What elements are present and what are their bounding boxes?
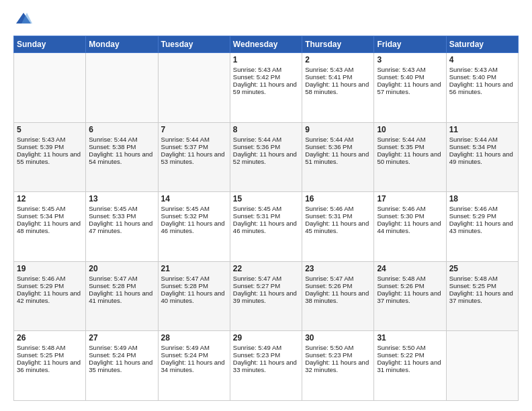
calendar-day-cell: 23 Sunrise: 5:47 AM Sunset: 5:26 PM Dayl… (302, 261, 374, 331)
day-number: 13 (89, 194, 154, 203)
calendar-day-cell: 11 Sunrise: 5:44 AM Sunset: 5:34 PM Dayl… (446, 122, 518, 192)
calendar-day-cell: 22 Sunrise: 5:47 AM Sunset: 5:27 PM Dayl… (230, 261, 302, 331)
sunrise-text: Sunrise: 5:45 AM (233, 205, 281, 212)
day-number: 28 (161, 333, 227, 342)
calendar-day-cell: 27 Sunrise: 5:49 AM Sunset: 5:24 PM Dayl… (86, 331, 158, 401)
sunrise-text: Sunrise: 5:44 AM (89, 136, 137, 143)
calendar-day-cell (158, 53, 230, 123)
calendar-day-cell: 7 Sunrise: 5:44 AM Sunset: 5:37 PM Dayli… (158, 122, 230, 192)
calendar-day-cell: 1 Sunrise: 5:43 AM Sunset: 5:42 PM Dayli… (230, 53, 302, 123)
daylight-text: Daylight: 11 hours and 41 minutes. (89, 289, 152, 304)
sunrise-text: Sunrise: 5:43 AM (233, 66, 281, 73)
calendar-day-cell: 14 Sunrise: 5:45 AM Sunset: 5:32 PM Dayl… (158, 192, 230, 262)
day-number: 23 (305, 264, 371, 273)
daylight-text: Daylight: 11 hours and 32 minutes. (305, 359, 369, 373)
day-number: 7 (161, 125, 227, 134)
day-of-week-header: Saturday (446, 36, 518, 53)
sunrise-text: Sunrise: 5:45 AM (17, 205, 65, 212)
daylight-text: Daylight: 11 hours and 38 minutes. (305, 289, 369, 304)
sunrise-text: Sunrise: 5:45 AM (161, 205, 210, 212)
calendar-day-cell: 6 Sunrise: 5:44 AM Sunset: 5:38 PM Dayli… (86, 122, 158, 192)
daylight-text: Daylight: 11 hours and 50 minutes. (377, 150, 441, 165)
calendar-day-cell: 29 Sunrise: 5:49 AM Sunset: 5:23 PM Dayl… (230, 331, 302, 401)
sunset-text: Sunset: 5:37 PM (161, 143, 208, 150)
daylight-text: Daylight: 11 hours and 34 minutes. (161, 359, 225, 373)
sunrise-text: Sunrise: 5:43 AM (17, 136, 65, 143)
sunset-text: Sunset: 5:36 PM (233, 143, 280, 150)
sunset-text: Sunset: 5:25 PM (449, 282, 496, 289)
day-number: 9 (305, 125, 371, 134)
day-number: 10 (377, 125, 443, 134)
day-number: 27 (89, 333, 154, 342)
logo (13, 10, 36, 30)
day-of-week-header: Tuesday (158, 36, 230, 53)
calendar-week-row: 26 Sunrise: 5:48 AM Sunset: 5:25 PM Dayl… (14, 331, 519, 401)
sunset-text: Sunset: 5:22 PM (377, 351, 424, 359)
calendar-day-cell: 12 Sunrise: 5:45 AM Sunset: 5:34 PM Dayl… (14, 192, 86, 262)
calendar-day-cell: 16 Sunrise: 5:46 AM Sunset: 5:31 PM Dayl… (302, 192, 374, 262)
sunset-text: Sunset: 5:34 PM (449, 143, 496, 150)
page: SundayMondayTuesdayWednesdayThursdayFrid… (0, 0, 532, 411)
day-number: 4 (449, 55, 515, 64)
sunset-text: Sunset: 5:27 PM (233, 282, 280, 289)
sunrise-text: Sunrise: 5:48 AM (17, 344, 65, 351)
sunset-text: Sunset: 5:40 PM (449, 73, 496, 81)
sunrise-text: Sunrise: 5:50 AM (305, 344, 353, 351)
daylight-text: Daylight: 11 hours and 55 minutes. (17, 150, 81, 165)
sunrise-text: Sunrise: 5:46 AM (305, 205, 353, 212)
sunset-text: Sunset: 5:40 PM (377, 73, 424, 81)
day-number: 19 (17, 264, 83, 273)
sunset-text: Sunset: 5:26 PM (377, 282, 424, 289)
sunset-text: Sunset: 5:28 PM (161, 282, 208, 289)
sunset-text: Sunset: 5:41 PM (305, 73, 352, 81)
sunrise-text: Sunrise: 5:46 AM (449, 205, 498, 212)
day-number: 16 (305, 194, 371, 203)
day-of-week-header: Friday (374, 36, 446, 53)
daylight-text: Daylight: 11 hours and 53 minutes. (161, 150, 225, 165)
day-number: 21 (161, 264, 227, 273)
sunset-text: Sunset: 5:42 PM (233, 73, 280, 81)
sunset-text: Sunset: 5:25 PM (17, 351, 64, 359)
daylight-text: Daylight: 11 hours and 52 minutes. (233, 150, 297, 165)
sunrise-text: Sunrise: 5:44 AM (305, 136, 353, 143)
day-of-week-header: Thursday (302, 36, 374, 53)
daylight-text: Daylight: 11 hours and 58 minutes. (305, 81, 369, 95)
day-number: 12 (17, 194, 83, 203)
calendar-day-cell: 4 Sunrise: 5:43 AM Sunset: 5:40 PM Dayli… (446, 53, 518, 123)
sunrise-text: Sunrise: 5:45 AM (89, 205, 137, 212)
calendar-day-cell: 21 Sunrise: 5:47 AM Sunset: 5:28 PM Dayl… (158, 261, 230, 331)
day-of-week-header: Monday (86, 36, 158, 53)
daylight-text: Daylight: 11 hours and 59 minutes. (233, 81, 297, 95)
daylight-text: Daylight: 11 hours and 47 minutes. (89, 220, 152, 234)
calendar-week-row: 5 Sunrise: 5:43 AM Sunset: 5:39 PM Dayli… (14, 122, 519, 192)
calendar-day-cell (86, 53, 158, 123)
day-number: 14 (161, 194, 227, 203)
calendar-day-cell: 31 Sunrise: 5:50 AM Sunset: 5:22 PM Dayl… (374, 331, 446, 401)
sunset-text: Sunset: 5:34 PM (17, 212, 64, 220)
sunrise-text: Sunrise: 5:44 AM (161, 136, 210, 143)
calendar-table: SundayMondayTuesdayWednesdayThursdayFrid… (13, 36, 519, 401)
sunrise-text: Sunrise: 5:43 AM (305, 66, 353, 73)
daylight-text: Daylight: 11 hours and 48 minutes. (17, 220, 81, 234)
sunrise-text: Sunrise: 5:47 AM (305, 275, 353, 282)
sunrise-text: Sunrise: 5:43 AM (449, 66, 498, 73)
sunrise-text: Sunrise: 5:47 AM (89, 275, 137, 282)
sunrise-text: Sunrise: 5:47 AM (161, 275, 210, 282)
day-number: 15 (233, 194, 299, 203)
sunrise-text: Sunrise: 5:48 AM (377, 275, 425, 282)
sunset-text: Sunset: 5:29 PM (17, 282, 64, 289)
sunrise-text: Sunrise: 5:46 AM (377, 205, 425, 212)
calendar-day-cell: 25 Sunrise: 5:48 AM Sunset: 5:25 PM Dayl… (446, 261, 518, 331)
day-number: 22 (233, 264, 299, 273)
calendar-day-cell: 26 Sunrise: 5:48 AM Sunset: 5:25 PM Dayl… (14, 331, 86, 401)
daylight-text: Daylight: 11 hours and 49 minutes. (449, 150, 513, 165)
daylight-text: Daylight: 11 hours and 51 minutes. (305, 150, 369, 165)
day-number: 31 (377, 333, 443, 342)
day-number: 11 (449, 125, 515, 134)
calendar-day-cell: 28 Sunrise: 5:49 AM Sunset: 5:24 PM Dayl… (158, 331, 230, 401)
sunrise-text: Sunrise: 5:49 AM (233, 344, 281, 351)
daylight-text: Daylight: 11 hours and 37 minutes. (377, 289, 441, 304)
day-number: 30 (305, 333, 371, 342)
daylight-text: Daylight: 11 hours and 44 minutes. (377, 220, 441, 234)
sunset-text: Sunset: 5:36 PM (305, 143, 352, 150)
